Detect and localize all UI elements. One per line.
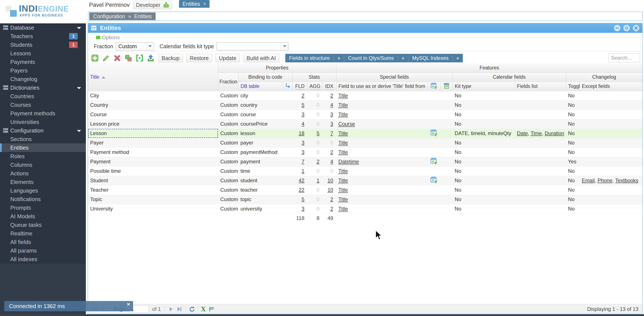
fld-count-link[interactable]: 3 [302,140,304,146]
breadcrumb-section[interactable]: Configuration [93,13,125,19]
sidebar-item-changelog[interactable]: Changelog [0,75,86,83]
sidebar-item-teachers[interactable]: Teachers1 [0,32,86,40]
sidebar-item-payment-methods[interactable]: Payment methods [0,109,86,118]
status-close-icon[interactable]: × [127,301,130,308]
refresh-icon[interactable] [189,306,195,312]
field-link[interactable]: Phone [598,177,612,183]
idx-count-link[interactable]: 10 [327,187,333,193]
sidebar-item-sections[interactable]: Sections [0,135,86,144]
field-link[interactable]: Title [338,140,348,146]
chevron-down-icon[interactable] [146,43,154,50]
flag-icon[interactable] [208,306,214,312]
fld-count-link[interactable]: 5 [302,196,304,202]
field-link[interactable]: Title [338,196,348,203]
sidebar-item-languages[interactable]: Languages [0,186,86,195]
backup-button[interactable]: Backup [158,54,183,62]
sidebar-item-all-fields[interactable]: All fields [0,238,86,246]
field-link[interactable]: Textbooks [615,177,638,183]
restore-button[interactable]: Restore [186,54,212,62]
column-header-calendar[interactable] [428,82,440,91]
chevron-down-icon[interactable] [77,130,81,132]
chevron-down-icon[interactable] [281,43,288,50]
fld-count-link[interactable]: 42 [298,177,304,183]
tab-entities[interactable]: Entities × [179,0,210,8]
chevron-down-icon[interactable] [77,27,81,29]
build-with-ai-button[interactable]: Build with AI [243,54,280,62]
import-icon[interactable] [147,54,154,62]
excel-export-icon[interactable]: X [201,306,206,312]
column-header-agg[interactable]: AGG [308,82,322,91]
field-link[interactable]: Title [338,102,348,109]
edit-icon[interactable] [102,54,110,62]
agg-count-link[interactable]: 1 [317,177,320,183]
sidebar-item-payers[interactable]: Payers [0,66,86,75]
sidebar-item-prompts[interactable]: Prompts [0,203,86,212]
copy-icon[interactable] [124,54,132,62]
sidebar-item-entities[interactable]: Entities [0,144,86,152]
table-row-payer[interactable]: PayerCustompayer300TitleNoNo [88,138,642,148]
kit-type-select[interactable] [216,42,288,50]
column-header-field-to-use[interactable]: Field to use as or derive 'Title' field … [336,82,428,91]
field-link[interactable]: Title [338,149,348,156]
sidebar-item-configuration[interactable]: Configuration [0,126,86,135]
fld-count-link[interactable]: 5 [302,102,304,108]
table-row-topic[interactable]: TopicCustomtopic502TitleNoNo [88,195,642,204]
fld-count-link[interactable]: 3 [302,149,304,155]
delete-icon[interactable] [113,54,121,62]
table-row-payment-method[interactable]: Payment methodCustompaymentMethod302Titl… [88,148,642,157]
sidebar-item-lessons[interactable]: Lessons [0,49,86,58]
fld-count-link[interactable]: 18 [298,130,304,136]
column-header-list[interactable] [440,82,452,91]
breadcrumb[interactable]: Configuration»Entities [89,12,156,20]
table-row-city[interactable]: CityCustomcity202TitleNoNo [88,91,642,100]
fields-in-structure-add-button[interactable]: + [334,55,344,61]
column-header-tree[interactable] [283,82,292,91]
sidebar-item-elements[interactable]: Elements [0,178,86,186]
column-header-fields-list[interactable]: Fields list [515,82,566,91]
sidebar-item-database[interactable]: Database [0,23,86,32]
idx-count-link[interactable]: 7 [330,130,333,136]
fraction-select[interactable]: Custom [116,42,154,50]
role-selector-button[interactable]: Developer [133,1,172,9]
idx-count-link[interactable]: 4 [330,102,333,108]
sidebar-item-payments[interactable]: Payments [0,58,86,66]
sidebar-item-queue-tasks[interactable]: Queue tasks [0,221,86,229]
count-in-qtys-sums-add-button[interactable]: + [398,55,408,61]
field-link[interactable]: Course [338,121,355,127]
mysql-indexes-button[interactable]: MySQL Indexes [408,54,452,62]
field-link[interactable]: Title [338,130,348,137]
column-header-title[interactable]: Title [88,63,218,91]
table-row-student[interactable]: StudentCustomstudent42110TitleNoNoEmail,… [88,176,642,185]
sidebar-item-courses[interactable]: Courses [0,101,86,109]
sidebar-item-students[interactable]: Students1 [0,40,86,49]
sidebar-item-dictionaries[interactable]: Dictionaries [0,83,86,92]
fields-in-structure-button[interactable]: Fields in structure [285,54,334,62]
agg-count-link[interactable]: 5 [317,130,320,136]
sidebar-item-universities[interactable]: Universities [0,118,86,126]
idx-count-link[interactable]: 4 [330,159,333,164]
sidebar-item-ai-models[interactable]: AI Models [0,212,86,221]
idx-count-link[interactable]: 2 [330,93,333,98]
maximize-icon[interactable] [623,24,630,32]
table-row-lesson-price[interactable]: Lesson priceCustomcoursePrice403CourseNo… [88,119,642,129]
update-button[interactable]: Update [215,54,240,62]
sidebar-item-actions[interactable]: Actions [0,169,86,178]
field-link[interactable]: Title [338,112,348,118]
idx-count-link[interactable]: 2 [330,149,333,155]
close-icon[interactable] [632,24,640,32]
field-link[interactable]: Date [517,130,528,136]
options-collapse-icon[interactable] [96,36,100,39]
sidebar-item-columns[interactable]: Columns [0,160,86,169]
fld-count-link[interactable]: 1 [302,168,304,174]
search-input[interactable] [608,53,640,62]
field-link[interactable]: Title [338,168,348,174]
column-header-toggle[interactable]: Toggle [566,82,580,91]
fld-count-link[interactable]: 3 [302,112,304,117]
mysql-indexes-add-button[interactable]: + [452,55,463,61]
chevron-down-icon[interactable] [77,87,81,89]
sidebar-item-countries[interactable]: Countries [0,92,86,101]
code-brackets-icon[interactable] [136,54,144,62]
fld-count-link[interactable]: 7 [302,159,304,164]
table-row-university[interactable]: UniversityCustomuniversity302TitleNoNo [88,204,642,213]
field-link[interactable]: Title [338,177,348,184]
